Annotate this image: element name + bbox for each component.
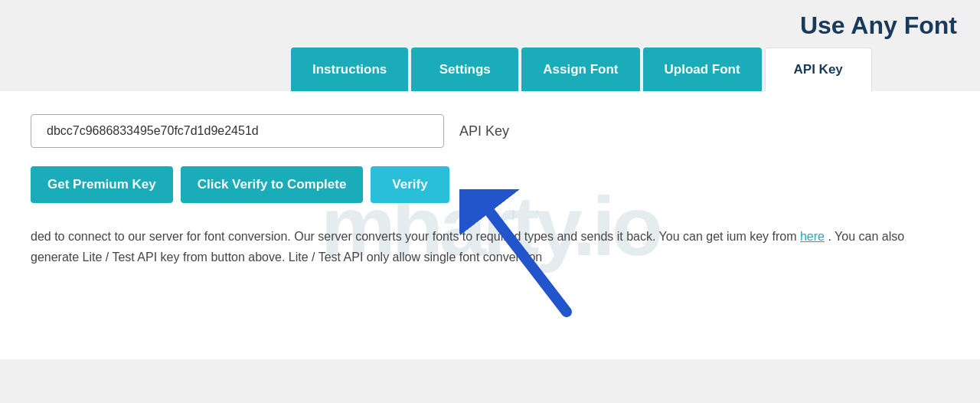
tab-assign-font[interactable]: Assign Font bbox=[521, 48, 639, 91]
buttons-row: Get Premium Key Click Verify to Complete… bbox=[31, 166, 949, 203]
main-content: mharty.io API Key Get Premium Key Click … bbox=[0, 91, 980, 359]
click-verify-button[interactable]: Click Verify to Complete bbox=[181, 166, 364, 203]
page-title: Use Any Font bbox=[800, 11, 957, 40]
api-key-row: API Key bbox=[31, 114, 949, 148]
header: Use Any Font bbox=[0, 0, 980, 48]
tab-upload-font[interactable]: Upload Font bbox=[643, 48, 762, 91]
content-inner: API Key Get Premium Key Click Verify to … bbox=[31, 114, 949, 267]
tab-settings[interactable]: Settings bbox=[411, 48, 518, 91]
api-key-input[interactable] bbox=[31, 114, 444, 148]
tab-api-key[interactable]: API Key bbox=[765, 48, 872, 91]
tab-instructions[interactable]: Instructions bbox=[291, 48, 408, 91]
here-link[interactable]: here bbox=[800, 230, 825, 243]
verify-button[interactable]: Verify bbox=[371, 166, 449, 203]
get-premium-key-button[interactable]: Get Premium Key bbox=[31, 166, 173, 203]
page-wrapper: Use Any Font Instructions Settings Assig… bbox=[0, 0, 980, 403]
tabs-container: Instructions Settings Assign Font Upload… bbox=[0, 48, 980, 91]
api-key-label: API Key bbox=[459, 123, 509, 139]
description-text: ded to connect to our server for font co… bbox=[31, 226, 949, 267]
